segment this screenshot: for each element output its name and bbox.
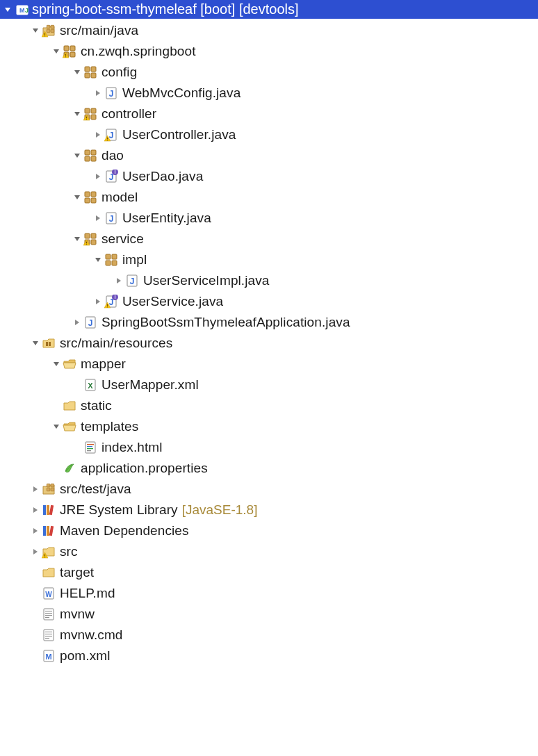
tree-item-mapper[interactable]: mapper	[0, 354, 538, 375]
tree-item-cn-zwqh-springboot[interactable]: cn.zwqh.springboot	[0, 41, 538, 62]
library-icon	[42, 503, 56, 517]
expand-arrow-icon[interactable]	[29, 337, 42, 350]
tree-item-help-md[interactable]: HELP.md	[0, 583, 538, 604]
tree-label: controller	[101, 106, 156, 122]
tree-label: application.properties	[81, 461, 208, 476]
collapse-arrow-icon[interactable]	[29, 525, 42, 537]
tree-item-index-html[interactable]: index.html	[0, 437, 538, 458]
tree-label-suffix: [JavaSE-1.8]	[182, 502, 258, 518]
folder-icon	[63, 399, 76, 413]
tree-item-impl[interactable]: impl	[0, 249, 538, 270]
tree-item-static[interactable]: static	[0, 395, 538, 416]
tree-label: model	[101, 190, 138, 205]
tree-item-jre-system-library[interactable]: JRE System Library[JavaSE-1.8]	[0, 500, 538, 520]
package-icon	[83, 107, 97, 121]
tree-item-templates[interactable]: templates	[0, 416, 538, 437]
folder-icon	[63, 420, 76, 434]
expand-arrow-icon[interactable]	[1, 3, 14, 16]
tree-label: mvnw	[60, 607, 95, 622]
collapse-arrow-icon[interactable]	[92, 129, 104, 141]
expand-arrow-icon[interactable]	[71, 149, 83, 162]
java-file-icon	[104, 211, 118, 225]
tree-item-maven-dependencies[interactable]: Maven Dependencies	[0, 520, 538, 541]
tree-label: UserMapper.xml	[101, 377, 199, 393]
tree-item-src-main-java[interactable]: src/main/java	[0, 20, 538, 41]
collapse-arrow-icon[interactable]	[92, 87, 104, 99]
collapse-arrow-icon[interactable]	[113, 274, 125, 287]
maven-icon	[42, 649, 56, 663]
collapse-arrow-icon[interactable]	[29, 545, 42, 558]
tree-label: templates	[81, 419, 138, 434]
tree-label: UserController.java	[122, 127, 236, 142]
java-file-icon	[104, 86, 118, 100]
collapse-arrow-icon[interactable]	[29, 504, 42, 516]
tree-item-springbootssmthymeleafapplication-java[interactable]: SpringBootSsmThymeleafApplication.java	[0, 312, 538, 333]
tree-item-userdao-java[interactable]: UserDao.java	[0, 166, 538, 187]
tree-label: src/main/java	[60, 23, 138, 38]
tree-item-application-properties[interactable]: application.properties	[0, 458, 538, 479]
tree-item-mvnw-cmd[interactable]: mvnw.cmd	[0, 625, 538, 646]
folder-icon	[42, 545, 56, 559]
tree-item-model[interactable]: model	[0, 187, 538, 208]
tree-label: src	[60, 544, 78, 559]
tree-item-src[interactable]: src	[0, 541, 538, 562]
tree-item-target[interactable]: target	[0, 562, 538, 583]
xml-icon	[83, 378, 97, 392]
tree-item-controller[interactable]: controller	[0, 104, 538, 124]
collapse-arrow-icon[interactable]	[71, 316, 83, 329]
collapse-arrow-icon[interactable]	[92, 295, 104, 308]
tree-item-userserviceimpl-java[interactable]: UserServiceImpl.java	[0, 270, 538, 291]
collapse-arrow-icon[interactable]	[92, 212, 104, 224]
expand-arrow-icon[interactable]	[71, 233, 83, 245]
tree-label: Maven Dependencies	[60, 523, 189, 539]
expand-arrow-icon[interactable]	[29, 24, 42, 37]
expand-arrow-icon[interactable]	[50, 45, 63, 58]
properties-icon	[63, 461, 76, 475]
tree-item-config[interactable]: config	[0, 62, 538, 83]
project-name: spring-boot-ssm-thymeleaf [boot] [devtoo…	[32, 1, 299, 17]
expand-arrow-icon[interactable]	[71, 191, 83, 204]
tree-item-mvnw[interactable]: mvnw	[0, 604, 538, 625]
tree-item-src-test-java[interactable]: src/test/java	[0, 479, 538, 500]
collapse-arrow-icon[interactable]	[29, 483, 42, 495]
expand-arrow-icon[interactable]	[50, 420, 63, 433]
package-icon	[104, 253, 118, 267]
md-icon	[42, 586, 56, 600]
tree-label: impl	[122, 252, 147, 268]
tree-item-service[interactable]: service	[0, 229, 538, 249]
tree-label: mapper	[81, 356, 126, 372]
project-header[interactable]: spring-boot-ssm-thymeleaf [boot] [devtoo…	[0, 0, 538, 19]
tree-item-userentity-java[interactable]: UserEntity.java	[0, 208, 538, 229]
package-icon	[83, 65, 97, 79]
package-icon	[83, 149, 97, 163]
expand-arrow-icon[interactable]	[50, 358, 63, 370]
tree-label: target	[60, 565, 94, 580]
collapse-arrow-icon[interactable]	[92, 170, 104, 183]
tree-item-src-main-resources[interactable]: src/main/resources	[0, 333, 538, 354]
tree-label: JRE System Library	[60, 502, 178, 518]
tree-label: src/test/java	[60, 482, 131, 497]
expand-arrow-icon[interactable]	[71, 66, 83, 79]
tree-item-webmvcconfig-java[interactable]: WebMvcConfig.java	[0, 83, 538, 104]
tree-label: cn.zwqh.springboot	[81, 44, 196, 59]
tree-item-userservice-java[interactable]: UserService.java	[0, 291, 538, 312]
tree-label: mvnw.cmd	[60, 627, 123, 643]
tree-label: config	[101, 65, 137, 80]
java-file-icon	[83, 315, 97, 329]
package-icon	[63, 44, 76, 58]
folder-icon	[42, 24, 56, 38]
tree-label: src/main/resources	[60, 336, 172, 351]
package-icon	[83, 232, 97, 246]
text-icon	[42, 628, 56, 642]
text-icon	[42, 607, 56, 621]
folder-icon	[42, 336, 56, 350]
tree-item-dao[interactable]: dao	[0, 145, 538, 166]
expand-arrow-icon[interactable]	[71, 108, 83, 120]
tree-item-usermapper-xml[interactable]: UserMapper.xml	[0, 375, 538, 395]
tree-item-pom-xml[interactable]: pom.xml	[0, 646, 538, 666]
expand-arrow-icon[interactable]	[92, 254, 104, 266]
java-file-icon	[104, 128, 118, 142]
java-file-icon	[104, 170, 118, 183]
tree-item-usercontroller-java[interactable]: UserController.java	[0, 124, 538, 145]
tree-label: dao	[101, 148, 124, 163]
